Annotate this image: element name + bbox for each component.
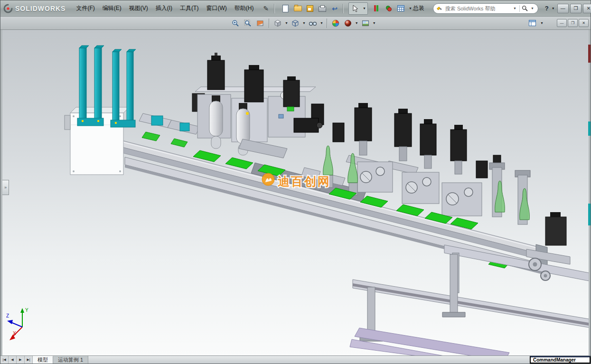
save-glyph — [307, 5, 313, 12]
triad-z-label: Z — [6, 313, 9, 318]
reference-triad: Y X Z — [6, 308, 28, 340]
press-module[interactable] — [192, 53, 324, 158]
panels-icon[interactable] — [526, 18, 538, 29]
view-orientation-dropdown-icon[interactable]: ▼ — [284, 21, 289, 25]
search-icon[interactable] — [522, 5, 528, 11]
zoom-fit-icon[interactable] — [242, 18, 254, 29]
undo-icon[interactable]: ↩ — [329, 3, 340, 14]
search-input[interactable] — [444, 5, 510, 12]
flashlight-icon — [436, 5, 442, 11]
titlebar: SOLIDWORKS 文件(F) 编辑(E) 视图(V) 插入(I) 工具(T)… — [0, 0, 591, 17]
select-dropdown-icon[interactable]: ▼ — [362, 7, 367, 10]
separator — [274, 4, 274, 13]
zoom-in-icon[interactable] — [229, 18, 242, 29]
help-search-box[interactable]: ▼ ▼ — [433, 3, 538, 14]
appearance-dropdown-icon[interactable]: ▼ — [354, 21, 359, 25]
tab-nav-next-icon[interactable]: ▶ — [17, 356, 25, 364]
graphics-viewport[interactable]: 迪百创网 Y X Z » — [2, 30, 589, 355]
command-manager-label[interactable]: CommandManager — [530, 356, 591, 364]
save-icon[interactable] — [304, 3, 316, 14]
right-edge-clip-teal-1 — [588, 121, 591, 136]
maximize-button[interactable]: ❐ — [570, 4, 582, 13]
hide-show-items-icon[interactable] — [307, 18, 319, 29]
rebuild-glyph — [386, 6, 392, 11]
statusbar: |◀ ◀ ▶ ▶| 模型 运动算例 1 — [0, 355, 591, 364]
menu-tools[interactable]: 工具(T) — [176, 2, 202, 14]
menu-view[interactable]: 视图(V) — [125, 2, 152, 14]
brand-text: SOLIDWORKS — [15, 5, 66, 12]
minimize-button[interactable]: — — [557, 4, 569, 13]
separator — [519, 5, 520, 12]
display-style-icon[interactable] — [289, 18, 301, 29]
right-edge-clip-teal-2 — [588, 204, 591, 225]
separator — [327, 19, 327, 28]
brand: SOLIDWORKS — [3, 4, 66, 13]
feather-icon[interactable]: ✎ — [260, 3, 272, 14]
menu-edit[interactable]: 编辑(E) — [99, 2, 125, 14]
table-glyph — [397, 5, 404, 11]
scene-dropdown-icon[interactable]: ▼ — [372, 21, 377, 25]
scene-icon[interactable] — [359, 18, 372, 29]
folder-glyph — [294, 6, 302, 11]
watermark-text: 迪百创网 — [278, 175, 331, 188]
menu-help[interactable]: 帮助(H) — [231, 2, 258, 14]
menu-insert[interactable]: 插入(I) — [152, 2, 176, 14]
page-glyph — [282, 5, 289, 12]
transfer-modules[interactable] — [139, 113, 200, 147]
right-edge-clip-red — [588, 45, 591, 63]
select-cursor-icon[interactable] — [349, 3, 361, 14]
doc-restore-button[interactable]: ❐ — [568, 19, 578, 27]
menu-file[interactable]: 文件(F) — [72, 2, 98, 14]
tab-nav-first-icon[interactable]: |◀ — [0, 356, 9, 364]
cursor-glyph — [352, 5, 358, 12]
print-icon[interactable] — [317, 3, 328, 14]
color-bars-icon[interactable] — [371, 3, 382, 14]
tab-nav-prev-icon[interactable]: ◀ — [9, 356, 17, 364]
panel-collapse-tab[interactable]: » — [2, 180, 9, 195]
separator — [343, 4, 343, 13]
close-button[interactable]: ✕ — [583, 4, 591, 13]
help-button[interactable]: ? — [543, 5, 551, 12]
view-toolbar: ▼ ▼ ▼ ▼ ▼ — [0, 17, 591, 30]
rebuild-icon[interactable] — [383, 3, 394, 14]
assembly-name-label: 总装 — [413, 4, 424, 12]
section-view-icon[interactable] — [254, 18, 266, 29]
search-dropdown-icon[interactable]: ▼ — [530, 7, 535, 10]
tab-nav-last-icon[interactable]: ▶| — [25, 356, 33, 364]
open-folder-icon[interactable] — [292, 3, 303, 14]
doc-close-button[interactable]: ✕ — [579, 19, 589, 27]
solidworks-window: SOLIDWORKS 文件(F) 编辑(E) 视图(V) 插入(I) 工具(T)… — [0, 0, 591, 364]
doc-minimize-button[interactable]: — — [557, 19, 567, 27]
feeder-station[interactable] — [65, 46, 136, 175]
options-dropdown-icon[interactable]: ▼ — [408, 7, 413, 10]
menubar: 文件(F) 编辑(E) 视图(V) 插入(I) 工具(T) 窗口(W) 帮助(H… — [72, 2, 257, 14]
new-document-icon[interactable] — [280, 3, 291, 14]
appearance-sphere-icon[interactable] — [342, 18, 354, 29]
triad-x-label: X — [13, 331, 16, 336]
help-dropdown-icon[interactable]: ▼ — [551, 7, 556, 10]
solidworks-logo-icon — [3, 4, 13, 13]
hide-show-dropdown-icon[interactable]: ▼ — [319, 21, 324, 25]
triad-y-label: Y — [25, 308, 28, 313]
menu-window[interactable]: 窗口(W) — [202, 2, 230, 14]
options-table-icon[interactable] — [395, 3, 407, 14]
display-style-dropdown-icon[interactable]: ▼ — [301, 21, 307, 25]
search-scope-dropdown-icon[interactable]: ▼ — [512, 7, 517, 10]
select-tool[interactable]: ▼ — [348, 2, 368, 15]
separator — [269, 19, 269, 28]
print-glyph — [319, 7, 326, 12]
view-orientation-icon[interactable] — [272, 18, 284, 29]
tab-motion-study[interactable]: 运动算例 1 — [53, 356, 88, 364]
edit-appearance-icon[interactable] — [329, 18, 342, 29]
tab-model[interactable]: 模型 — [33, 356, 53, 364]
bars-glyph — [374, 5, 378, 11]
panels-dropdown-icon[interactable]: ▼ — [539, 21, 544, 25]
assembly-3d-view[interactable]: 迪百创网 Y X Z — [2, 30, 589, 355]
